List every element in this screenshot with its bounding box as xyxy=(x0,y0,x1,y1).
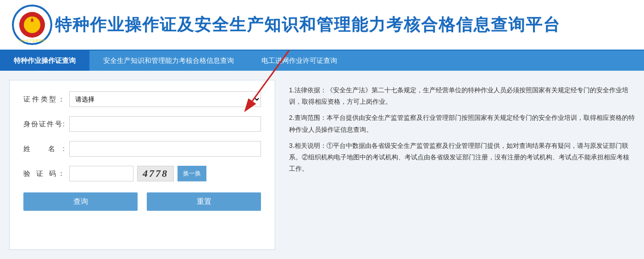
captcha-label: 验 证 码： xyxy=(23,169,65,178)
name-input[interactable] xyxy=(69,141,261,157)
header: 安全生产监督管理 特种作业操作证及安全生产知识和管理能力考核合格信息查询平台 xyxy=(0,0,644,51)
id-number-label: 身份证件号: xyxy=(23,120,65,129)
button-row: 查询 重置 xyxy=(23,192,261,211)
svg-text:安全生产监督管理: 安全生产监督管理 xyxy=(19,39,45,42)
header-title: 特种作业操作证及安全生产知识和管理能力考核合格信息查询平台 xyxy=(55,14,561,36)
captcha-image: 4778 xyxy=(137,166,174,181)
nav-tabs: 特种作业操作证查询 安全生产知识和管理能力考核合格信息查询 电工进网作业许可证查… xyxy=(0,51,644,71)
info-item-3: 3.相关说明：①平台中数据由各省级安全生产监管监察及行业管理部门提供，如对查询结… xyxy=(289,140,635,175)
id-number-input[interactable] xyxy=(69,116,261,132)
captcha-input[interactable] xyxy=(69,166,133,181)
logo: 安全生产监督管理 xyxy=(9,4,55,45)
cert-type-label: 证件类型： xyxy=(23,95,65,104)
info-item-2: 2.查询范围：本平台提供由安全生产监管监察及行业管理部门按照国家有关规定经专门的… xyxy=(289,112,635,135)
id-number-row: 身份证件号: xyxy=(23,116,261,132)
info-panel: 1.法律依据：《安全生产法》第二十七条规定，生产经营单位的特种作业人员必须按照国… xyxy=(289,80,635,250)
cert-type-row: 证件类型： 请选择 xyxy=(23,91,261,107)
query-button[interactable]: 查询 xyxy=(23,192,138,211)
tab-special-ops[interactable]: 特种作业操作证查询 xyxy=(0,51,89,71)
name-label: 姓 名: xyxy=(23,145,65,153)
captcha-group: 4778 换一换 xyxy=(69,166,206,181)
captcha-refresh-button[interactable]: 换一换 xyxy=(178,166,206,181)
captcha-row: 验 证 码： 4778 换一换 xyxy=(23,166,261,181)
reset-button[interactable]: 重置 xyxy=(147,192,261,211)
main-content: 证件类型： 请选择 身份证件号: 姓 名: 验 证 码： xyxy=(0,71,644,259)
page-wrapper: 安全生产监督管理 特种作业操作证及安全生产知识和管理能力考核合格信息查询平台 特… xyxy=(0,0,644,259)
name-row: 姓 名: xyxy=(23,141,261,157)
cert-type-select[interactable]: 请选择 xyxy=(69,91,261,107)
tab-electrician[interactable]: 电工进网作业许可证查询 xyxy=(248,51,351,71)
info-item-1: 1.法律依据：《安全生产法》第二十七条规定，生产经营单位的特种作业人员必须按照国… xyxy=(289,84,635,107)
form-panel: 证件类型： 请选择 身份证件号: 姓 名: 验 证 码： xyxy=(9,80,275,250)
tab-safety-knowledge[interactable]: 安全生产知识和管理能力考核合格信息查询 xyxy=(89,51,248,71)
